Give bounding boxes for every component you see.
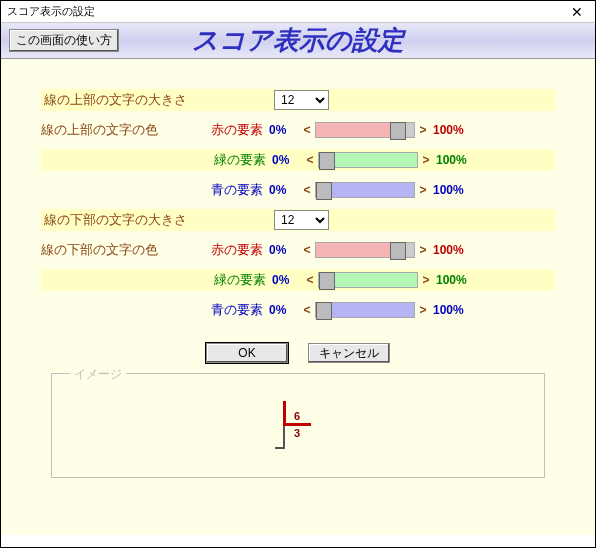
window-title: スコア表示の設定 <box>7 4 95 19</box>
chevron-left-icon[interactable]: < <box>301 183 313 197</box>
chevron-left-icon[interactable]: < <box>301 303 313 317</box>
comp-green: 緑の要素 <box>214 151 272 169</box>
close-icon[interactable]: ✕ <box>565 4 589 20</box>
pct-zero: 0% <box>272 153 304 167</box>
top-size-select[interactable]: 12 <box>274 90 329 110</box>
chevron-left-icon[interactable]: < <box>301 243 313 257</box>
row-top-red: 線の上部の文字の色 赤の要素 0% < > 100% <box>41 119 555 141</box>
row-bot-blue: 青の要素 0% < > 100% <box>41 299 555 321</box>
chevron-right-icon[interactable]: > <box>420 153 432 167</box>
label-top-size: 線の上部の文字の大きさ <box>44 91 214 109</box>
slider-bot-blue[interactable] <box>315 302 415 318</box>
ok-button[interactable]: OK <box>206 343 288 363</box>
preview-legend: イメージ <box>70 366 126 383</box>
label-bot-color: 線の下部の文字の色 <box>41 241 211 259</box>
row-bot-green: 緑の要素 0% < > 100% <box>41 269 555 291</box>
chevron-right-icon[interactable]: > <box>417 243 429 257</box>
pct-zero: 0% <box>269 123 301 137</box>
preview-top-num: 6 <box>294 410 300 422</box>
content-area: 線の上部の文字の大きさ 12 線の上部の文字の色 赤の要素 0% < > 100… <box>1 59 595 535</box>
pct-zero: 0% <box>269 183 301 197</box>
pct-hundred: 100% <box>433 303 469 317</box>
label-top-color: 線の上部の文字の色 <box>41 121 211 139</box>
chevron-right-icon[interactable]: > <box>417 183 429 197</box>
preview-fieldset: イメージ 6 3 <box>51 373 545 478</box>
comp-red: 赤の要素 <box>211 241 269 259</box>
slider-top-green[interactable] <box>318 152 418 168</box>
pct-hundred: 100% <box>433 243 469 257</box>
pct-hundred: 100% <box>436 273 472 287</box>
row-top-blue: 青の要素 0% < > 100% <box>41 179 555 201</box>
row-bot-red: 線の下部の文字の色 赤の要素 0% < > 100% <box>41 239 555 261</box>
chevron-right-icon[interactable]: > <box>420 273 432 287</box>
comp-red: 赤の要素 <box>211 121 269 139</box>
preview-image: 6 3 <box>273 401 323 451</box>
slider-top-blue[interactable] <box>315 182 415 198</box>
pct-zero: 0% <box>272 273 304 287</box>
help-button[interactable]: この画面の使い方 <box>9 29 119 52</box>
row-top-size: 線の上部の文字の大きさ 12 <box>41 89 555 111</box>
row-bot-size: 線の下部の文字の大きさ 12 <box>41 209 555 231</box>
comp-green: 緑の要素 <box>214 271 272 289</box>
chevron-left-icon[interactable]: < <box>301 123 313 137</box>
comp-blue: 青の要素 <box>211 301 269 319</box>
pct-hundred: 100% <box>433 183 469 197</box>
slider-bot-green[interactable] <box>318 272 418 288</box>
chevron-right-icon[interactable]: > <box>417 303 429 317</box>
titlebar: スコア表示の設定 ✕ <box>1 1 595 23</box>
slider-top-red[interactable] <box>315 122 415 138</box>
cancel-button[interactable]: キャンセル <box>308 343 390 363</box>
chevron-left-icon[interactable]: < <box>304 273 316 287</box>
bot-size-select[interactable]: 12 <box>274 210 329 230</box>
slider-bot-red[interactable] <box>315 242 415 258</box>
label-bot-size: 線の下部の文字の大きさ <box>44 211 214 229</box>
row-top-green: 緑の要素 0% < > 100% <box>41 149 555 171</box>
buttons-row: OK キャンセル <box>41 343 555 363</box>
settings-window: スコア表示の設定 ✕ この画面の使い方 スコア表示の設定 線の上部の文字の大きさ… <box>0 0 596 548</box>
pct-zero: 0% <box>269 303 301 317</box>
chevron-right-icon[interactable]: > <box>417 123 429 137</box>
pct-hundred: 100% <box>436 153 472 167</box>
chevron-left-icon[interactable]: < <box>304 153 316 167</box>
pct-zero: 0% <box>269 243 301 257</box>
comp-blue: 青の要素 <box>211 181 269 199</box>
header-area: この画面の使い方 スコア表示の設定 <box>1 23 595 59</box>
preview-bot-num: 3 <box>294 427 300 439</box>
pct-hundred: 100% <box>433 123 469 137</box>
